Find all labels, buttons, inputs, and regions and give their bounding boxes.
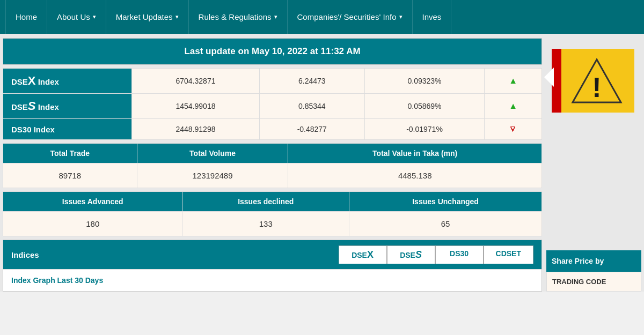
dses-pct: 0.05869% (364, 94, 485, 119)
up-arrow-icon: ▲ (509, 101, 517, 110)
share-price-section: Share Price by TRADING CODE (546, 250, 641, 292)
share-price-header: Share Price by (546, 250, 641, 272)
nav-companies-info[interactable]: Companies'/ Securities' Info ▾ (288, 0, 413, 34)
issues-table: Issues Advanced Issues declined Issues U… (3, 191, 542, 236)
total-trade-header: Total Trade (3, 144, 137, 163)
issues-declined-header: Issues declined (182, 192, 349, 212)
warning-triangle-icon: ! (570, 57, 624, 105)
total-volume-value: 123192489 (137, 163, 288, 188)
left-arrow-icon (544, 68, 554, 87)
dses-change: 0.85344 (259, 94, 364, 119)
ds30-change: -0.48277 (259, 119, 364, 140)
up-arrow-icon: ▲ (509, 76, 517, 85)
warning-box: ! (554, 49, 634, 113)
table-row: DSEX Index 6704.32871 6.24473 0.09323% ▲ (3, 69, 542, 94)
nav-market-updates[interactable]: Market Updates ▾ (106, 0, 189, 34)
dses-arrow: ▲ (485, 94, 542, 119)
spacer (546, 118, 641, 250)
navigation: Home About Us ▾ Market Updates ▾ Rules &… (0, 0, 644, 34)
share-price-body: TRADING CODE (546, 272, 641, 292)
nav-rules-regulations[interactable]: Rules & Regulations ▾ (189, 0, 288, 34)
warning-area: ! (554, 49, 634, 113)
dsex-arrow: ▲ (485, 69, 542, 94)
tab-dses[interactable]: DSES (387, 245, 435, 264)
issues-unchanged-value: 65 (349, 212, 542, 236)
issues-declined-value: 133 (182, 212, 349, 236)
nav-about-us[interactable]: About Us ▾ (47, 0, 106, 34)
nav-home[interactable]: Home (5, 0, 47, 34)
issues-row: 180 133 65 (3, 212, 542, 236)
ds30-label: DS30 Index (3, 119, 132, 140)
nav-invest[interactable]: Inves (413, 0, 452, 34)
svg-text:!: ! (592, 72, 601, 103)
issues-advanced-value: 180 (3, 212, 182, 236)
ds30-value: 2448.91298 (132, 119, 260, 140)
right-panel: ! Share Price by TRADING CODE (546, 38, 641, 292)
dsex-label: DSEX Index (3, 69, 132, 94)
table-row: DS30 Index 2448.91298 -0.48277 -0.01971%… (3, 119, 542, 140)
dsex-change: 6.24473 (259, 69, 364, 94)
total-value-taka: 4485.138 (288, 163, 542, 188)
main-container: Last update on May 10, 2022 at 11:32 AM … (0, 34, 644, 292)
left-panel: Last update on May 10, 2022 at 11:32 AM … (3, 38, 542, 292)
update-header: Last update on May 10, 2022 at 11:32 AM (3, 38, 542, 65)
chevron-down-icon: ▾ (175, 13, 179, 20)
dses-value: 1454.99018 (132, 94, 260, 119)
dsex-big-letter: X (367, 249, 374, 260)
ds30-arrow: ⛛ (485, 119, 542, 140)
tab-ds30[interactable]: DS30 (435, 245, 484, 264)
index-graph-label: Index Graph Last 30 Days (3, 269, 541, 291)
down-arrow-icon: ⛛ (509, 124, 517, 133)
chevron-down-icon: ▾ (93, 13, 96, 20)
ds30-pct: -0.01971% (364, 119, 485, 140)
total-trade-value: 89718 (3, 163, 137, 188)
chevron-down-icon: ▾ (399, 13, 402, 20)
total-volume-header: Total Volume (137, 144, 288, 163)
issues-advanced-header: Issues Advanced (3, 192, 182, 212)
dses-label: DSES Index (3, 94, 132, 119)
index-table: DSEX Index 6704.32871 6.24473 0.09323% ▲… (3, 68, 542, 140)
issues-unchanged-header: Issues Unchanged (349, 192, 542, 212)
indices-tabs: DSEX DSES DS30 CDSET (339, 245, 533, 264)
tab-cdset[interactable]: CDSET (484, 245, 533, 264)
chevron-down-icon: ▾ (274, 13, 277, 20)
table-row: DSES Index 1454.99018 0.85344 0.05869% ▲ (3, 94, 542, 119)
dses-big-letter: S (415, 249, 422, 260)
total-value-header: Total Value in Taka (mn) (288, 144, 542, 163)
dsex-pct: 0.09323% (364, 69, 485, 94)
warning-container: ! (546, 38, 641, 118)
stats-row: 89718 123192489 4485.138 (3, 163, 542, 188)
tab-dsex[interactable]: DSEX (339, 245, 387, 264)
indices-header: Indices DSEX DSES DS30 CDSET (3, 240, 541, 269)
indices-section: Indices DSEX DSES DS30 CDSET Inde (3, 240, 542, 292)
stats-table: Total Trade Total Volume Total Value in … (3, 143, 542, 188)
dsex-value: 6704.32871 (132, 69, 260, 94)
